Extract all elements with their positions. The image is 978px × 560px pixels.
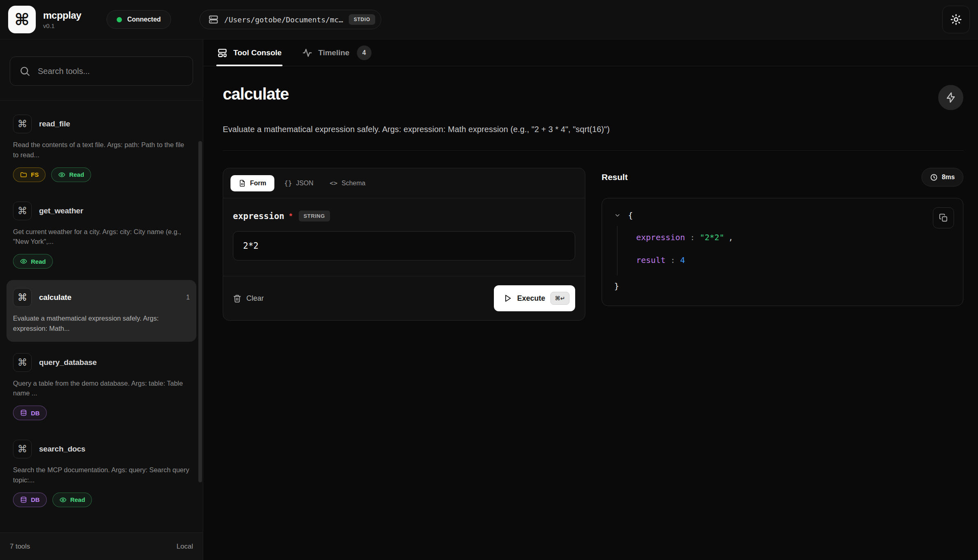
body-row: ⌘ read_file Read the contents of a text …	[0, 39, 978, 560]
sidebar-item-get-weather[interactable]: ⌘ get_weather Get current weather for a …	[7, 193, 196, 277]
tool-head: ⌘ query_database	[13, 353, 190, 372]
tool-list: ⌘ read_file Read the contents of a text …	[0, 101, 203, 532]
json-comma: ,	[728, 232, 733, 242]
execute-button[interactable]: Execute ⌘↵	[494, 285, 575, 311]
connection-status-badge: Connected	[106, 10, 171, 29]
app-identity: mcpplay v0.1	[43, 10, 81, 29]
badge-read: Read	[52, 493, 92, 507]
copy-icon	[939, 213, 948, 222]
duration-label: 8ms	[942, 174, 955, 181]
json-key: expression	[636, 232, 685, 242]
run-quick-button[interactable]	[938, 85, 963, 110]
command-icon: ⌘	[14, 10, 29, 29]
badge-row: FS Read	[13, 167, 190, 182]
tab-json[interactable]: {} JSON	[278, 175, 320, 191]
clear-button[interactable]: Clear	[233, 294, 264, 303]
form-footer: Clear Execute ⌘↵	[223, 276, 585, 320]
tool-header: calculate	[223, 85, 963, 110]
sidebar-item-search-docs[interactable]: ⌘ search_docs Search the MCP documentati…	[7, 432, 196, 515]
json-children: expression:"2*2", result:4	[617, 226, 951, 276]
form-body: expression * STRING	[223, 198, 585, 276]
page-title: calculate	[223, 85, 289, 103]
result-json-viewer: { expression:"2*2", result:4 }	[602, 198, 963, 306]
sidebar-scrollbar[interactable]	[198, 141, 202, 482]
tool-name: get_weather	[39, 206, 83, 215]
duration-badge: 8ms	[921, 168, 963, 187]
timeline-count-badge: 4	[357, 46, 372, 60]
shortcut-badge: ⌘↵	[550, 292, 569, 305]
sidebar-item-query-database[interactable]: ⌘ query_database Query a table from the …	[7, 345, 196, 429]
badge-row: DB	[13, 406, 190, 420]
badge-row: Read	[13, 254, 190, 269]
tool-description: Evaluate a mathematical expression safel…	[13, 313, 190, 334]
tab-schema[interactable]: <> Schema	[323, 175, 372, 191]
file-json-icon	[239, 180, 246, 187]
command-icon: ⌘	[13, 353, 32, 372]
search-icon	[19, 65, 30, 77]
app-logo: ⌘	[8, 6, 36, 33]
command-icon: ⌘	[13, 440, 32, 458]
badge-fs: FS	[13, 167, 46, 182]
panels: Form {} JSON <> Schema	[223, 168, 963, 321]
sidebar-item-read-file[interactable]: ⌘ read_file Read the contents of a text …	[7, 106, 196, 190]
command-icon: ⌘	[13, 288, 32, 307]
tab-tool-console[interactable]: Tool Console	[216, 39, 283, 66]
open-brace: {	[628, 211, 633, 220]
database-icon	[20, 409, 27, 417]
json-number-value: 4	[680, 255, 685, 265]
folder-icon	[20, 171, 27, 178]
layout-panels-icon	[217, 48, 228, 58]
tool-description: Evaluate a mathematical expression safel…	[223, 125, 963, 134]
lightning-icon	[945, 92, 956, 103]
trash-icon	[233, 294, 241, 303]
form-tabbar: Form {} JSON <> Schema	[223, 168, 585, 198]
field-type-badge: STRING	[299, 211, 330, 221]
tool-count-label: 7 tools	[10, 543, 30, 551]
expression-input[interactable]	[233, 231, 575, 260]
database-icon	[20, 496, 27, 504]
sidebar-item-calculate[interactable]: ⌘ calculate 1 Evaluate a mathematical ex…	[7, 280, 196, 342]
result-header: Result 8ms	[602, 168, 963, 187]
server-path-selector[interactable]: /Users/gotobe/Documents/mc… STDIO	[200, 10, 381, 29]
sun-icon	[950, 13, 962, 26]
tab-label: Timeline	[318, 48, 350, 57]
app-title: mcpplay	[43, 10, 81, 21]
badge-db: DB	[13, 493, 47, 507]
form-card: Form {} JSON <> Schema	[223, 168, 585, 321]
eye-icon	[20, 258, 27, 265]
chevron-down-icon[interactable]	[614, 212, 621, 219]
transport-badge: STDIO	[349, 14, 375, 25]
command-icon: ⌘	[13, 115, 32, 133]
eye-icon	[59, 496, 67, 504]
top-header: ⌘ mcpplay v0.1 Connected /Users/gotobe/D…	[0, 0, 978, 39]
main-panel: Tool Console Timeline 4 calculate	[203, 39, 978, 560]
json-key: result	[636, 255, 665, 265]
theme-toggle-button[interactable]	[942, 6, 970, 33]
server-icon	[208, 14, 219, 25]
braces-icon: {}	[284, 179, 292, 187]
copy-button[interactable]	[933, 207, 954, 228]
json-root-row: {	[614, 211, 951, 220]
tab-form[interactable]: Form	[230, 175, 274, 191]
json-colon: :	[690, 232, 695, 242]
tab-timeline[interactable]: Timeline 4	[301, 39, 372, 66]
tab-label: JSON	[296, 180, 313, 187]
search-input[interactable]	[38, 67, 184, 76]
field-label-row: expression * STRING	[233, 211, 575, 221]
source-label: Local	[176, 543, 193, 551]
command-icon: ⌘	[13, 202, 32, 220]
code-icon: <>	[330, 179, 337, 187]
badge-read: Read	[13, 254, 53, 269]
activity-icon	[302, 48, 313, 58]
result-panel: Result 8ms	[602, 168, 963, 306]
json-row-expression: expression:"2*2",	[636, 232, 951, 242]
eye-icon	[58, 171, 65, 178]
status-dot-icon	[117, 17, 122, 22]
tool-name: query_database	[39, 358, 97, 367]
status-label: Connected	[127, 16, 161, 23]
tool-name: search_docs	[39, 445, 85, 454]
result-title: Result	[602, 172, 628, 182]
tool-run-count: 1	[186, 294, 190, 301]
sidebar: ⌘ read_file Read the contents of a text …	[0, 39, 203, 560]
app-window: ⌘ mcpplay v0.1 Connected /Users/gotobe/D…	[0, 0, 978, 560]
